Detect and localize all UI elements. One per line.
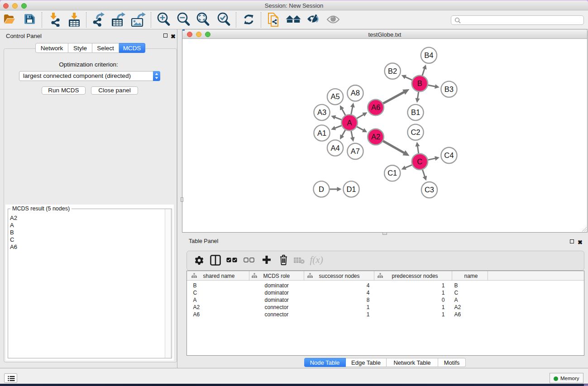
svg-text:C1: C1 (387, 169, 397, 177)
svg-text:C2: C2 (411, 128, 420, 136)
svg-text:B4: B4 (424, 51, 433, 59)
svg-text:D1: D1 (346, 185, 356, 193)
svg-text:C3: C3 (425, 186, 434, 194)
svg-text:B: B (417, 79, 422, 87)
svg-text:A8: A8 (351, 89, 360, 97)
svg-text:B1: B1 (411, 108, 420, 116)
svg-text:A2: A2 (371, 133, 380, 141)
svg-text:A7: A7 (351, 147, 360, 155)
svg-text:D: D (319, 185, 324, 193)
svg-text:A1: A1 (317, 129, 326, 137)
svg-text:A4: A4 (330, 144, 339, 152)
svg-text:C4: C4 (444, 151, 454, 159)
svg-text:A3: A3 (317, 108, 326, 116)
svg-text:B3: B3 (445, 85, 454, 93)
svg-text:C: C (417, 157, 422, 166)
svg-text:B2: B2 (388, 67, 397, 75)
svg-text:A: A (347, 119, 352, 127)
svg-text:A6: A6 (371, 103, 380, 111)
svg-text:A5: A5 (330, 92, 339, 100)
